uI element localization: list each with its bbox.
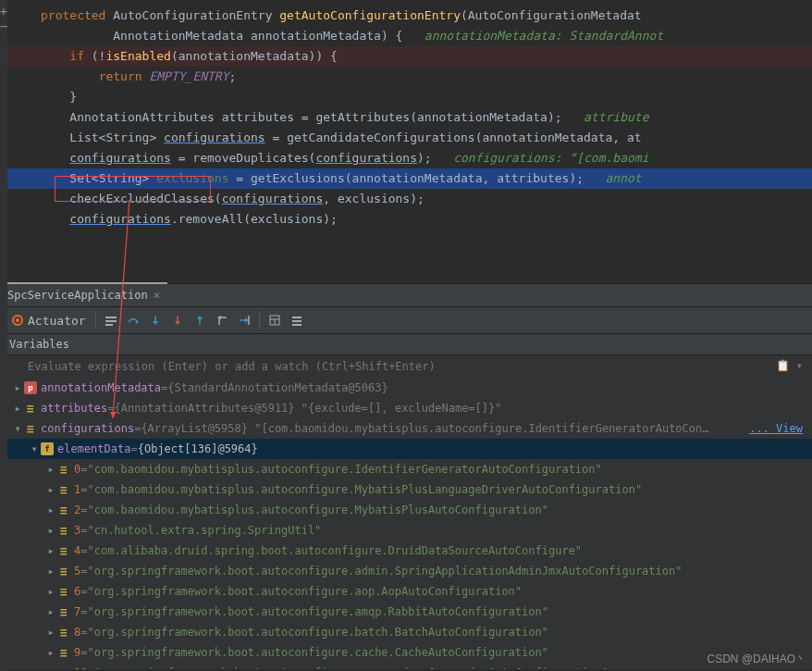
field-icon: ≡ (57, 666, 70, 669)
show-frames-button[interactable] (100, 310, 122, 330)
expand-arrow-icon[interactable]: ▸ (44, 524, 57, 537)
expand-arrow-icon[interactable]: ▸ (44, 646, 57, 659)
expand-arrow-icon[interactable]: ▸ (44, 544, 57, 557)
step-over-icon (127, 314, 140, 327)
field-icon: ≡ (24, 422, 37, 435)
evaluate-expression-input[interactable] (26, 359, 776, 374)
view-link[interactable]: ... View (749, 422, 803, 435)
variable-row[interactable]: ▸ ≡ attributes = {AnnotationAttributes@5… (0, 398, 812, 418)
paste-icon[interactable]: 📋 ▾ (776, 359, 803, 374)
field-icon: ≡ (57, 646, 70, 659)
array-value: "com.baomidou.mybatisplus.autoconfigure.… (87, 483, 642, 496)
svg-rect-3 (105, 317, 117, 318)
array-value: "org.springframework.boot.autoconfigure.… (87, 585, 522, 598)
actuator-icon (11, 314, 24, 327)
expand-arrow-icon[interactable]: ▸ (44, 483, 57, 496)
array-index: 7 (74, 605, 80, 618)
array-item-row[interactable]: ▸≡10 = "org.springframework.boot.autocon… (0, 663, 812, 669)
collapse-arrow-icon[interactable]: ▾ (11, 422, 24, 435)
array-item-row[interactable]: ▸≡3 = "cn.hutool.extra.spring.SpringUtil… (0, 520, 812, 541)
svg-rect-14 (292, 317, 301, 318)
field-icon: ≡ (57, 524, 70, 537)
expand-arrow-icon[interactable]: ▸ (44, 585, 57, 598)
code-line: List<String> configurations = getCandida… (0, 128, 812, 148)
array-item-row[interactable]: ▸≡4 = "com.alibaba.druid.spring.boot.aut… (0, 541, 812, 561)
close-icon[interactable]: × (154, 289, 160, 302)
run-to-cursor-icon (238, 314, 251, 327)
field-icon: ≡ (57, 503, 70, 516)
array-value: "com.baomidou.mybatisplus.autoconfigure.… (87, 463, 601, 476)
variable-row[interactable]: ▸ p annotationMetadata = {StandardAnnota… (0, 378, 812, 398)
array-value: "org.springframework.boot.autoconfigure.… (87, 605, 548, 618)
code-line: checkExcludedClasses(configurations, exc… (0, 189, 812, 209)
array-index: 9 (74, 646, 80, 659)
code-line: return EMPTY_ENTRY; (0, 67, 812, 87)
force-step-into-button[interactable] (166, 310, 189, 330)
tab-run-config[interactable]: SpcServiceApplication × (0, 282, 167, 306)
expand-arrow-icon[interactable]: ▸ (44, 626, 57, 639)
evaluate-expression-button[interactable] (264, 310, 286, 330)
array-item-row[interactable]: ▸≡5 = "org.springframework.boot.autoconf… (0, 561, 812, 581)
separator (95, 311, 96, 329)
svg-rect-16 (292, 324, 301, 326)
watch-gutter: + − (0, 0, 7, 671)
field-icon: ≡ (57, 605, 70, 618)
array-item-row[interactable]: ▸≡9 = "org.springframework.boot.autoconf… (0, 642, 812, 663)
run-to-cursor-button[interactable] (233, 310, 255, 330)
svg-rect-5 (105, 324, 113, 326)
array-value: "com.baomidou.mybatisplus.autoconfigure.… (87, 503, 548, 516)
collapse-arrow-icon[interactable]: ▾ (28, 442, 41, 455)
trace-current-stream-button[interactable] (286, 310, 308, 330)
expand-arrow-icon[interactable]: ▸ (44, 605, 57, 618)
field-icon: ≡ (57, 626, 70, 639)
field-icon: ≡ (57, 565, 70, 578)
array-item-row[interactable]: ▸≡6 = "org.springframework.boot.autoconf… (0, 581, 812, 602)
actuator-button[interactable]: Actuator (6, 310, 92, 330)
variables-tree[interactable]: ▸ p annotationMetadata = {StandardAnnota… (0, 378, 812, 669)
expand-arrow-icon[interactable]: ▸ (44, 565, 57, 578)
array-value: "org.springframework.boot.autoconfigure.… (87, 626, 548, 639)
code-line: protected AutoConfigurationEntry getAuto… (0, 6, 812, 26)
expand-arrow-icon[interactable]: ▸ (11, 381, 24, 394)
expand-arrow-icon[interactable]: ▸ (44, 666, 57, 669)
variable-row-selected[interactable]: ▾ f elementData = {Object[136]@5964} (0, 439, 812, 459)
code-line: AnnotationAttributes attributes = getAtt… (0, 107, 812, 128)
add-watch-button[interactable]: + (0, 4, 10, 17)
expand-arrow-icon[interactable]: ▸ (44, 463, 57, 476)
array-value: "cn.hutool.extra.spring.SpringUtil" (87, 524, 321, 537)
array-item-row[interactable]: ▸≡2 = "com.baomidou.mybatisplus.autoconf… (0, 500, 812, 520)
field-icon: ≡ (57, 463, 70, 476)
expand-arrow-icon[interactable]: ▸ (11, 402, 24, 415)
array-item-row[interactable]: ▸≡8 = "org.springframework.boot.autoconf… (0, 622, 812, 642)
step-into-button[interactable] (144, 310, 166, 330)
array-index: 0 (74, 463, 80, 476)
code-line: AnnotationMetadata annotationMetadata) {… (0, 26, 812, 46)
expand-arrow-icon[interactable]: ▸ (44, 503, 57, 516)
array-item-row[interactable]: ▸≡1 = "com.baomidou.mybatisplus.autoconf… (0, 479, 812, 500)
svg-point-2 (16, 318, 19, 322)
separator (259, 311, 260, 329)
field-icon: ≡ (57, 544, 70, 557)
force-step-into-icon (171, 314, 184, 327)
field-icon: ≡ (24, 402, 37, 415)
variables-header: Variables (0, 333, 812, 354)
array-value: "org.springframework.boot.autoconfigure.… (87, 565, 682, 578)
step-over-button[interactable] (122, 310, 144, 330)
array-index: 2 (74, 503, 80, 516)
array-index: 6 (74, 585, 80, 598)
watch-input-row: + − 📋 ▾ (0, 354, 812, 378)
remove-watch-button[interactable]: − (0, 19, 10, 31)
code-editor[interactable]: protected AutoConfigurationEntry getAuto… (0, 0, 812, 283)
array-item-row[interactable]: ▸≡0 = "com.baomidou.mybatisplus.autoconf… (0, 459, 812, 479)
svg-rect-15 (292, 320, 301, 322)
variable-row[interactable]: ▾ ≡ configurations = {ArrayList@5958} "[… (0, 418, 812, 439)
array-index: 3 (74, 524, 80, 537)
code-line: configurations = removeDuplicates(config… (0, 148, 812, 168)
array-index: 1 (74, 483, 80, 496)
array-item-row[interactable]: ▸≡7 = "org.springframework.boot.autoconf… (0, 602, 812, 622)
drop-frame-button[interactable] (211, 310, 233, 330)
step-out-button[interactable] (189, 310, 211, 330)
code-line: configurations.removeAll(exclusions); (0, 209, 812, 230)
code-line: } (0, 87, 812, 107)
array-index: 10 (74, 666, 87, 669)
